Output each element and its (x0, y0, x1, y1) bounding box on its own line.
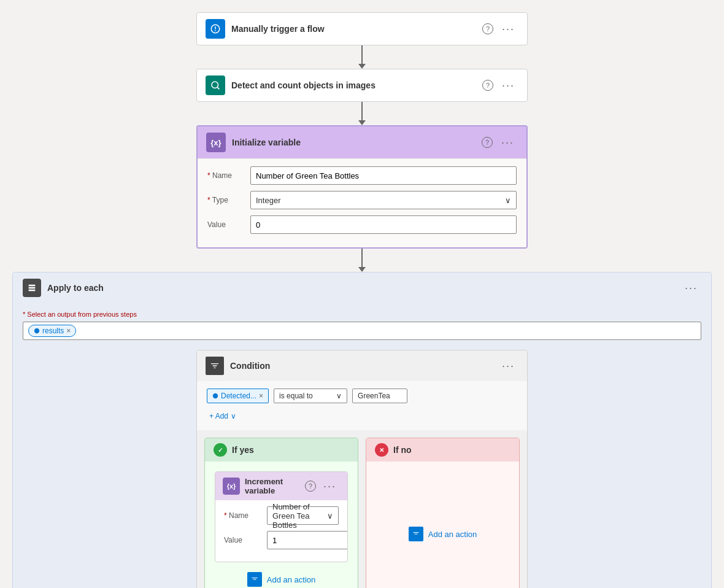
inc-value-input[interactable] (267, 531, 348, 549)
chevron-down-icon: ∨ (505, 196, 511, 205)
apply-each-title: Apply to each (47, 283, 675, 293)
increment-title: Increment variable (245, 477, 300, 495)
trigger-menu-icon[interactable]: ··· (498, 21, 518, 37)
increment-help-icon[interactable]: ? (305, 481, 316, 492)
select-output-field[interactable]: results × (23, 322, 701, 340)
condition-icon (206, 357, 224, 375)
if-no-label: If no (393, 445, 412, 455)
if-yes-body: {x} Increment variable ? ··· (205, 462, 358, 588)
add-action-no-label: Add an action (428, 530, 477, 539)
trigger-icon (206, 19, 225, 39)
trigger-help-icon[interactable]: ? (482, 23, 493, 34)
inc-name-select[interactable]: Number of Green Tea Bottles ∨ (267, 506, 339, 525)
value-label: Value (207, 220, 244, 229)
add-action-no-button[interactable]: Add an action (409, 527, 477, 541)
inc-name-label: Name (224, 511, 261, 520)
if-yes-icon: ✓ (214, 443, 227, 457)
apply-each-body: * Select an output from previous steps r… (13, 303, 711, 588)
if-yes-label: If yes (232, 445, 254, 455)
add-action-yes-label: Add an action (267, 575, 316, 584)
add-action-yes-icon (247, 572, 262, 587)
apply-each-menu-icon[interactable]: ··· (681, 280, 701, 296)
if-no-icon: ✕ (375, 443, 388, 457)
condition-tag: Detected... × (207, 389, 269, 403)
increment-icon: {x} (223, 478, 240, 495)
detect-step: Detect and count objects in images ? ··· (196, 69, 528, 102)
trigger-title: Manually trigger a flow (231, 24, 476, 34)
inc-value-label: Value (224, 536, 261, 544)
condition-tag-remove-icon[interactable]: × (259, 392, 263, 400)
svg-point-1 (34, 328, 39, 333)
if-no-branch: ✕ If no Add an a (366, 438, 520, 588)
condition-menu-icon[interactable]: ··· (498, 358, 518, 374)
arrow-2 (361, 102, 363, 125)
svg-point-0 (212, 82, 218, 88)
flow-canvas: Manually trigger a flow ? ··· Detect and… (12, 12, 712, 588)
arrow-3 (361, 249, 363, 272)
init-var-title: Initialize variable (232, 137, 476, 147)
init-var-help-icon[interactable]: ? (482, 137, 493, 148)
select-output-label: * Select an output from previous steps (23, 311, 701, 318)
type-select[interactable]: Integer ∨ (250, 191, 517, 209)
svg-point-2 (213, 393, 218, 398)
results-tag: results × (28, 325, 76, 337)
add-row-button[interactable]: + Add ∨ (207, 409, 517, 423)
init-var-icon: {x} (206, 133, 226, 152)
increment-body: Name Number of Green Tea Bottles ∨ Value (215, 500, 347, 562)
increment-var-step: {x} Increment variable ? ··· (215, 471, 348, 562)
value-input[interactable] (250, 215, 517, 234)
increment-menu-icon[interactable]: ··· (320, 479, 340, 494)
if-yes-branch: ✓ If yes {x} Increment variable (204, 438, 358, 588)
chevron-down-icon: ∨ (336, 392, 342, 400)
init-var-actions: ? ··· (482, 135, 518, 150)
name-label: Name (207, 171, 244, 180)
init-var-body: Name Type Integer ∨ Value (198, 158, 526, 247)
name-input[interactable] (250, 166, 517, 185)
init-var-step: {x} Initialize variable ? ··· Name Type … (196, 125, 528, 249)
detect-title: Detect and count objects in images (231, 80, 476, 90)
chevron-down-icon: ∨ (231, 412, 236, 420)
detect-menu-icon[interactable]: ··· (498, 78, 518, 93)
condition-title: Condition (230, 361, 492, 371)
arrow-1 (361, 45, 363, 69)
tag-remove-icon[interactable]: × (66, 327, 71, 335)
chevron-down-icon: ∨ (327, 511, 333, 520)
trigger-actions: ? ··· (482, 21, 518, 37)
condition-body: Detected... × is equal to ∨ GreenTea (197, 381, 527, 430)
trigger-step: Manually trigger a flow ? ··· (196, 12, 528, 45)
detect-actions: ? ··· (482, 78, 518, 93)
apply-each-icon (23, 279, 41, 297)
detect-icon (206, 75, 225, 95)
add-action-no-icon (409, 527, 423, 541)
detect-help-icon[interactable]: ? (482, 80, 493, 91)
condition-operator[interactable]: is equal to ∨ (274, 389, 347, 403)
type-label: Type (207, 196, 244, 204)
condition-wrapper: Condition ··· Detected... × is equal to (23, 350, 701, 588)
init-var-menu-icon[interactable]: ··· (498, 135, 518, 150)
if-no-body: Add an action (366, 462, 519, 588)
apply-each-step: Apply to each ··· * Select an output fro… (12, 272, 712, 588)
add-action-yes-button[interactable]: Add an action (215, 572, 348, 587)
condition-value[interactable]: GreenTea (352, 389, 407, 403)
condition-step: Condition ··· Detected... × is equal to (196, 350, 528, 588)
